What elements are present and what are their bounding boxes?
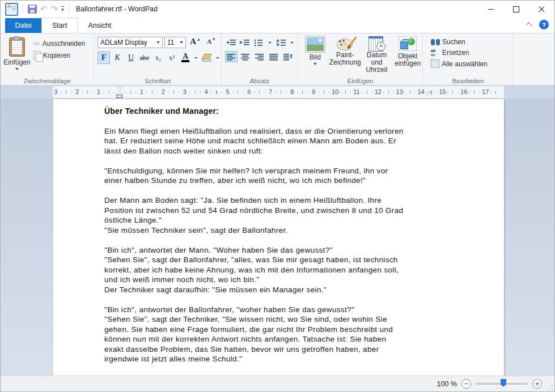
ruler[interactable]: 3211234567891011121314151617 <box>1 86 554 99</box>
document-line: gehen. Sie haben eine Frage formuliert, … <box>104 325 456 335</box>
page: Über Techniker und Manager:Ein Mann flie… <box>53 99 504 376</box>
title-bar: ↶ ↷ ▾ Ballonfahrer.rtf - WordPad <box>1 1 554 18</box>
hanging-indent-marker[interactable] <box>116 91 123 95</box>
group-label-insert: Einfügen <box>298 78 422 84</box>
undo-icon[interactable]: ↶ <box>40 5 48 13</box>
minimize-button[interactable] <box>478 1 503 18</box>
wordpad-app-icon[interactable] <box>5 3 18 16</box>
copy-button[interactable]: Kopieren <box>33 51 85 59</box>
increase-indent-button[interactable] <box>239 37 251 48</box>
bold-button[interactable]: F <box>98 52 110 64</box>
align-left-icon <box>227 53 236 61</box>
cut-button[interactable]: ✂ Ausschneiden <box>33 40 85 48</box>
document-line: "Bin ich", antwortet der Ballonfahrer, "… <box>104 305 456 315</box>
document-line: "Sehen Sie", sagt der Techniker, "Sie wi… <box>104 314 456 325</box>
decrease-indent-button[interactable] <box>225 37 237 48</box>
scissors-icon: ✂ <box>33 40 40 47</box>
select-all-button[interactable]: Alle auswählen <box>431 59 513 68</box>
document-line: "Sie müssen Techniker sein", sagt der Ba… <box>104 225 456 236</box>
collapse-ribbon-icon[interactable] <box>526 22 532 28</box>
paragraph-settings-button[interactable] <box>282 51 294 62</box>
ruler-number: 4 <box>204 88 209 96</box>
cut-label: Ausschneiden <box>43 40 85 48</box>
resize-grip-icon[interactable] <box>548 385 553 390</box>
font-color-button[interactable]: A <box>179 52 192 64</box>
customize-toolbar-caret-icon[interactable]: ▾ <box>61 6 64 12</box>
close-button[interactable] <box>529 1 554 18</box>
document-line: Ein Mann fliegt einen Heißluftballon und… <box>104 126 456 137</box>
first-line-indent-marker[interactable] <box>116 86 123 90</box>
ruler-number: 8 <box>289 88 295 96</box>
document-paragraph: "Bin ich", antwortet der Mann. "Woher ha… <box>104 245 456 295</box>
font-row-1: ADLaM Display 11 A▲ A▼ <box>98 37 218 48</box>
find-button[interactable]: Suchen <box>431 38 513 46</box>
zoom-in-button[interactable]: + <box>532 379 542 389</box>
document-paragraph: Der Mann am Boden sagt: "Ja. Sie befinde… <box>104 195 456 235</box>
group-editing: Suchen ab ac Ersetzen Alle auswählen Bea… <box>423 33 514 85</box>
quick-access-toolbar: ↶ ↷ ▾ <box>1 3 70 16</box>
paragraph-row-1 <box>225 37 295 48</box>
chevron-down-icon[interactable] <box>290 42 294 44</box>
chevron-down-icon[interactable] <box>194 57 198 59</box>
font-size-select[interactable]: 11 <box>164 37 187 48</box>
align-left-button[interactable] <box>225 51 238 62</box>
group-label-font: Schriftart <box>94 78 221 84</box>
chevron-down-icon[interactable] <box>216 57 219 59</box>
zoom-slider[interactable] <box>476 383 528 385</box>
maximize-button[interactable] <box>503 1 529 18</box>
text-highlight-button[interactable] <box>201 52 213 64</box>
ruler-number: 7 <box>268 88 273 96</box>
document-line: einer halben Stunde zu treffen, aber ich… <box>104 176 456 186</box>
zoom-level: 100 % <box>437 380 457 388</box>
ruler-number: 10 <box>331 88 340 96</box>
ruler-number: 3 <box>182 88 188 96</box>
chevron-down-icon[interactable] <box>268 42 272 44</box>
replace-button[interactable]: ab ac Ersetzen <box>431 49 513 57</box>
tab-file[interactable]: Datei <box>5 18 41 33</box>
document-line: "Sehen Sie", sagt der Ballonfahrer, "all… <box>104 255 456 265</box>
tab-view[interactable]: Ansicht <box>78 18 121 33</box>
left-indent-marker[interactable] <box>116 95 122 98</box>
paint-label: Paint-Zeichnung <box>329 52 361 66</box>
picture-label: Bild <box>310 54 321 61</box>
replace-label: Ersetzen <box>442 49 469 57</box>
italic-button[interactable]: K <box>111 52 124 64</box>
ruler-number: 3 <box>53 88 58 96</box>
font-family-select[interactable]: ADLaM Display <box>98 37 163 48</box>
chevron-down-icon <box>313 63 317 65</box>
ruler-number: 12 <box>374 88 383 96</box>
document-line: irgendwie ist jetzt alles meine Schuld." <box>104 354 456 364</box>
shrink-font-button[interactable]: A▼ <box>205 37 218 48</box>
document-area: Über Techniker und Manager:Ein Mann flie… <box>1 99 554 376</box>
zoom-out-button[interactable]: − <box>461 379 471 389</box>
document-line: exakt dasselbe Problem, das Sie hatten, … <box>104 344 456 355</box>
tab-home[interactable]: Start <box>41 18 78 33</box>
zoom-slider-handle[interactable] <box>501 379 506 387</box>
subscript-button[interactable]: x₂ <box>152 52 164 64</box>
datetime-label: Datum und Uhrzeit <box>362 52 392 74</box>
ribbon-spacer <box>514 33 554 85</box>
font-row-2: F K U abc x₂ x² A <box>98 52 218 64</box>
grow-font-button[interactable]: A▲ <box>188 37 203 48</box>
align-center-button[interactable] <box>239 51 252 62</box>
help-icon[interactable]: ? <box>539 20 549 29</box>
justify-button[interactable] <box>268 51 280 62</box>
group-font: ADLaM Display 11 A▲ A▼ F K U abc x₂ x² <box>94 33 222 85</box>
document-line: hat. Er reduziert seine Höhe und macht s… <box>104 136 456 146</box>
line-spacing-button[interactable] <box>275 37 287 48</box>
replace-icon: ab ac <box>431 49 440 57</box>
document-text[interactable]: Über Techniker und Manager:Ein Mann flie… <box>104 106 456 364</box>
redo-icon[interactable]: ↷ <box>51 5 58 13</box>
copy-icon <box>33 51 41 59</box>
paint-palette-icon <box>337 36 354 50</box>
align-right-button[interactable] <box>253 51 266 62</box>
right-indent-marker[interactable] <box>426 91 433 95</box>
save-icon[interactable] <box>28 5 37 14</box>
underline-button[interactable]: U <box>125 52 137 64</box>
font-color-icon: A <box>181 53 189 62</box>
ribbon-tab-row: Datei Start Ansicht ? <box>1 18 554 33</box>
select-all-icon <box>431 59 439 68</box>
strikethrough-button[interactable]: abc <box>138 52 151 64</box>
superscript-button[interactable]: x² <box>166 52 178 64</box>
bullets-button[interactable] <box>253 37 265 48</box>
